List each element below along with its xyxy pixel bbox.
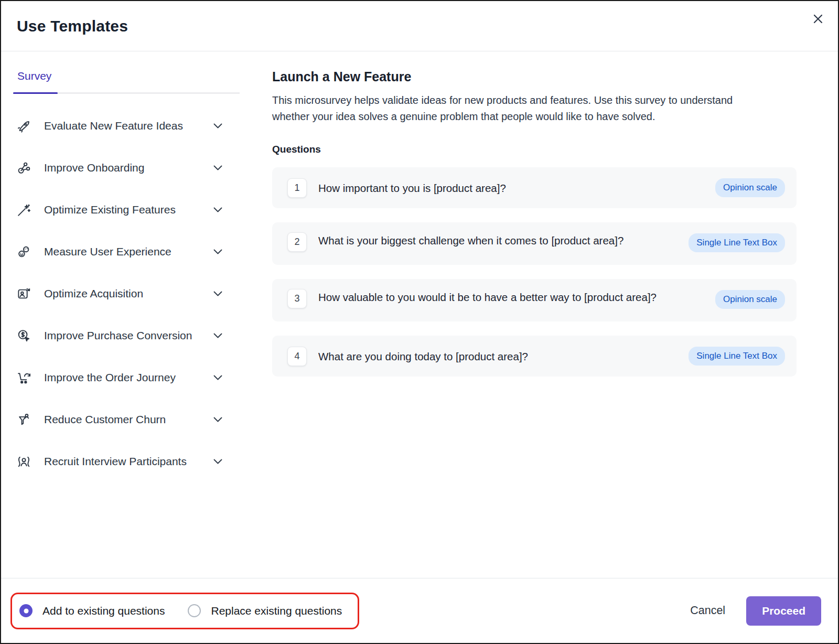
tab-active-indicator <box>13 92 58 94</box>
question-text: What are you doing today to [product are… <box>318 348 528 364</box>
question-type-badge: Single Line Text Box <box>689 233 785 252</box>
question-number: 1 <box>287 178 307 198</box>
chevron-down-icon[interactable] <box>213 207 222 213</box>
smiley-faces-icon <box>17 245 31 259</box>
sidebar-item-label: Optimize Existing Features <box>44 203 176 216</box>
radio-label: Replace existing questions <box>211 605 342 617</box>
sidebar-item-reduce-customer-churn[interactable]: Reduce Customer Churn <box>17 399 240 441</box>
radio-option-replace-existing-questions[interactable]: Replace existing questions <box>188 604 342 617</box>
sidebar-item-label: Optimize Acquisition <box>44 287 143 300</box>
modal-header: Use Templates <box>1 1 838 51</box>
template-sidebar: Survey Evaluate New Feature Ideas Improv… <box>1 52 240 578</box>
question-number: 4 <box>287 347 307 366</box>
chevron-down-icon[interactable] <box>213 123 222 129</box>
sidebar-item-label: Measure User Experience <box>44 245 171 258</box>
question-type-badge: Single Line Text Box <box>689 347 785 366</box>
sidebar-item-label: Reduce Customer Churn <box>44 413 166 426</box>
question-row: 1 How important to you is [product area]… <box>272 167 797 208</box>
sidebar-item-optimize-existing-features[interactable]: Optimize Existing Features <box>17 189 240 231</box>
sidebar-item-measure-user-experience[interactable]: Measure User Experience <box>17 231 240 273</box>
radio-option-add-to-existing-questions[interactable]: Add to existing questions <box>19 604 165 617</box>
close-icon[interactable] <box>808 8 829 29</box>
question-text: What is your biggest challenge when it c… <box>318 232 623 249</box>
magic-wand-icon <box>17 203 31 217</box>
chevron-down-icon[interactable] <box>213 333 222 339</box>
chevron-down-icon[interactable] <box>213 459 222 465</box>
sidebar-item-optimize-acquisition[interactable]: Optimize Acquisition <box>17 273 240 315</box>
question-text: How important to you is [product area]? <box>318 180 506 196</box>
template-preview: Launch a New Feature This microsurvey he… <box>240 52 838 578</box>
radio-label: Add to existing questions <box>42 605 165 617</box>
sidebar-item-recruit-interview-participants[interactable]: Recruit Interview Participants <box>17 441 240 482</box>
user-card-icon <box>17 287 31 301</box>
radio-unselected-icon[interactable] <box>188 604 201 617</box>
chevron-down-icon[interactable] <box>213 375 222 381</box>
footer-actions: Cancel Proceed <box>690 596 838 626</box>
question-type-badge: Opinion scale <box>715 290 785 309</box>
question-row: 3 How valuable to you would it be to hav… <box>272 279 797 321</box>
question-row: 4 What are you doing today to [product a… <box>272 336 797 377</box>
modal-footer: Add to existing questions Replace existi… <box>1 578 838 643</box>
radio-selected-icon[interactable] <box>19 604 33 617</box>
question-row: 2 What is your biggest challenge when it… <box>272 222 797 265</box>
question-text: How valuable to you would it be to have … <box>318 289 657 305</box>
cancel-button[interactable]: Cancel <box>690 604 725 617</box>
template-title: Launch a New Feature <box>272 69 797 84</box>
question-type-badge: Opinion scale <box>715 178 785 197</box>
modal-title: Use Templates <box>17 17 128 35</box>
chevron-down-icon[interactable] <box>213 291 222 297</box>
funnel-user-icon <box>17 413 31 427</box>
sidebar-item-label: Recruit Interview Participants <box>44 455 187 468</box>
sidebar-item-label: Improve Onboarding <box>44 162 144 174</box>
template-description: This microsurvey helps validate ideas fo… <box>272 92 768 125</box>
sidebar-item-label: Improve the Order Journey <box>44 371 176 384</box>
question-number: 2 <box>287 232 307 252</box>
sidebar-item-label: Improve Purchase Conversion <box>44 329 192 342</box>
proceed-button[interactable]: Proceed <box>746 596 821 626</box>
red-annotation-box: Add to existing questions Replace existi… <box>10 593 359 629</box>
template-list: Evaluate New Feature Ideas Improve Onboa… <box>17 105 240 482</box>
question-rows: 1 How important to you is [product area]… <box>272 167 797 377</box>
chevron-down-icon[interactable] <box>213 165 222 171</box>
nodes-icon <box>17 161 31 175</box>
sidebar-item-improve-purchase-conversion[interactable]: Improve Purchase Conversion <box>17 315 240 357</box>
modal-body: Survey Evaluate New Feature Ideas Improv… <box>1 52 838 578</box>
sidebar-item-evaluate-new-feature-ideas[interactable]: Evaluate New Feature Ideas <box>17 105 240 147</box>
question-number: 3 <box>287 289 307 308</box>
chevron-down-icon[interactable] <box>213 249 222 255</box>
rocket-icon <box>17 119 31 133</box>
sidebar-item-improve-the-order-journey[interactable]: Improve the Order Journey <box>17 357 240 399</box>
questions-heading: Questions <box>272 144 797 155</box>
tab-survey[interactable]: Survey <box>17 70 240 82</box>
chevron-down-icon[interactable] <box>213 417 222 423</box>
sidebar-item-improve-onboarding[interactable]: Improve Onboarding <box>17 147 240 189</box>
sidebar-item-label: Evaluate New Feature Ideas <box>44 120 183 132</box>
cart-refresh-icon <box>17 371 31 385</box>
tab-underline <box>13 92 240 94</box>
people-group-icon <box>17 455 31 469</box>
dollar-click-icon <box>17 329 31 343</box>
